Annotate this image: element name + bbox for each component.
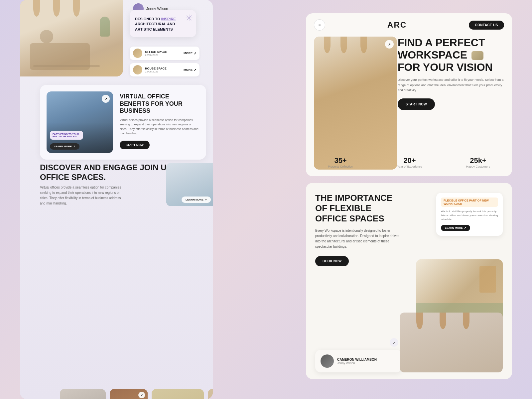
space-title-2: HOUSE SPACE <box>145 67 184 70</box>
top-room-image <box>20 0 123 76</box>
reviewer-info: CAMERON WILLIAMSON Jenny Wilson <box>337 358 377 365</box>
virtual-image: ↗ PARTNERING TO YOUR BEST WORKSPACE'S LE… <box>47 91 113 153</box>
stat-label-1: Property Collection <box>328 165 353 168</box>
space-more-1[interactable]: MORE ↗ <box>184 52 196 55</box>
bottom-pendant-2 <box>440 313 446 329</box>
stat-experience: 20+ Year of Experience <box>397 156 422 168</box>
reviewer-avatar <box>321 354 334 368</box>
space-avatar-2 <box>133 65 142 74</box>
inspire-highlight: INSPIRE <box>161 17 176 21</box>
bottom-pendant-1 <box>416 313 423 329</box>
hero-nav: ≡ ARC CONTACT US <box>306 13 512 37</box>
space-date-2: 22/06/2023 <box>145 70 184 73</box>
left-panel: Jenny Wilson ✳ DESIGNED TO INSPIRE ARCHI… <box>20 0 213 399</box>
gallery-bg-4 <box>208 389 213 399</box>
review-card: ↗ CAMERON WILLIAMSON Jenny Wilson <box>315 350 402 372</box>
snowflake-icon: ✳ <box>185 13 193 24</box>
workspace-icon <box>471 51 483 60</box>
list-item[interactable]: HOUSE SPACE 22/06/2023 MORE ↗ <box>130 63 200 76</box>
flex-card-badge: FLEXIBLE OFFICE PART OF NEW WORKPLACE <box>441 198 498 207</box>
virtual-badge: PARTNERING TO YOUR BEST WORKSPACE'S <box>50 131 83 140</box>
stat-number-2: 20+ <box>397 156 422 165</box>
discover-section: DISCOVER AND ENGAGE JOIN US FOR UNIQUE O… <box>40 163 213 213</box>
chair <box>40 30 53 43</box>
hero-start-button[interactable]: START NOW <box>398 98 435 110</box>
table <box>30 43 90 70</box>
hero-pendant-2 <box>340 37 347 53</box>
virtual-description: Virtual offices provide a seamless optio… <box>120 118 200 136</box>
gallery-bg-1 <box>60 389 106 399</box>
learn-more-button[interactable]: LEARN MORE ↗ <box>50 143 79 150</box>
hero-bg <box>314 37 397 170</box>
room-simulation <box>20 0 123 76</box>
flex-info-card: FLEXIBLE OFFICE PART OF NEW WORKPLACE Wa… <box>436 193 503 236</box>
arrow-icon-2: ↗ <box>194 68 196 72</box>
gallery-image-4: ↗ <box>208 389 213 399</box>
gallery-image-1: INDUSTRIAL SPACE ↗ <box>60 389 106 399</box>
expand-button[interactable]: ↗ <box>102 95 110 103</box>
space-avatar-1 <box>133 49 142 58</box>
inspire-prefix: DESIGNED TO <box>135 17 161 21</box>
flexible-section: THE IMPORTANCE OF FLEXIBLE OFFICE SPACES… <box>306 183 512 379</box>
plant <box>100 17 110 37</box>
space-more-2[interactable]: MORE ↗ <box>184 68 196 72</box>
room-furniture <box>27 10 116 70</box>
arrow-icon-3: ↗ <box>204 198 207 201</box>
stat-number-1: 35+ <box>328 156 353 165</box>
arrow-icon: ↗ <box>194 52 196 55</box>
hero-expand-button[interactable]: ↗ <box>385 40 394 49</box>
hero-pendant-1 <box>324 37 331 53</box>
gallery-image-2: ↗ <box>110 389 148 399</box>
flex-description: Every Workspace is intentionally designe… <box>315 228 402 249</box>
right-panel: ≡ ARC CONTACT US ↗ FIND A PERFECT WORKSP… <box>306 13 512 386</box>
stat-label-2: Year of Experience <box>397 165 422 168</box>
gallery-row: INDUSTRIAL SPACE ↗ ↗ SHOP SHOWROOM ↗ ↗ <box>60 389 213 399</box>
inspire-suffix: ARCHITECTURAL AND ARTISTIC ELEMENTS <box>135 22 175 31</box>
hero-description: Discover your perfect workspace and tail… <box>398 77 504 92</box>
hero-title: FIND A PERFECT WORKSPACE FOR YOUR VISION <box>398 37 504 73</box>
review-expand-button[interactable]: ↗ <box>390 338 398 347</box>
virtual-content: VIRTUAL OFFICE BENEFITS FOR YOUR BUSINES… <box>120 91 200 149</box>
space-date-1: 22/06/2023 <box>145 54 184 57</box>
menu-button[interactable]: ≡ <box>314 19 325 31</box>
virtual-title: VIRTUAL OFFICE BENEFITS FOR YOUR BUSINES… <box>120 93 200 115</box>
gallery-bg-3 <box>152 389 204 399</box>
stat-label-3: Happy Customers <box>466 165 490 168</box>
hero-title-line1: FIND A PERFECT <box>398 37 485 49</box>
virtual-office-card: ↗ PARTNERING TO YOUR BEST WORKSPACE'S LE… <box>40 85 206 160</box>
virtual-card-inner: ↗ PARTNERING TO YOUR BEST WORKSPACE'S LE… <box>40 85 206 160</box>
gallery-expand-2[interactable]: ↗ <box>138 392 145 398</box>
book-now-button[interactable]: BOOK NOW <box>315 256 349 266</box>
gallery-image-3: SHOP SHOWROOM ↗ <box>152 389 204 399</box>
list-item[interactable]: OFFICE SPACE 22/06/2023 MORE ↗ <box>130 47 200 60</box>
hero-title-line3: FOR YOUR VISION <box>398 61 493 73</box>
office-image-big: LEARN MORE ↗ <box>166 163 213 206</box>
flex-title: THE IMPORTANCE OF FLEXIBLE OFFICE SPACES <box>315 193 402 224</box>
brand-logo: ARC <box>387 20 407 30</box>
discover-description: Virtual offices provide a seamless optio… <box>40 185 126 206</box>
space-title-1: OFFICE SPACE <box>145 50 184 54</box>
bottom-pendant-3 <box>463 313 469 329</box>
arrow-icon-flex: ↗ <box>464 226 466 229</box>
flex-learn-button[interactable]: LEARN MORE ↗ <box>441 225 470 231</box>
start-now-button[interactable]: START NOW <box>120 141 150 149</box>
space-info-1: OFFICE SPACE 22/06/2023 <box>145 50 184 57</box>
space-info-2: HOUSE SPACE 22/06/2023 <box>145 67 184 73</box>
hero-room-image: ↗ <box>314 37 397 170</box>
hero-stats: 35+ Property Collection 20+ Year of Expe… <box>306 156 512 168</box>
bottom-room-preview <box>400 313 503 372</box>
reviewer-name: CAMERON WILLIAMSON <box>337 358 377 361</box>
inspire-text: DESIGNED TO INSPIRE ARCHITECTURAL AND AR… <box>135 17 191 32</box>
space-items-list: OFFICE SPACE 22/06/2023 MORE ↗ HOUSE SPA… <box>130 47 200 80</box>
arrow-icon: ↗ <box>73 145 75 148</box>
reviewer-subtitle: Jenny Wilson <box>337 361 377 365</box>
learn-more-button-2[interactable]: LEARN MORE ↗ <box>182 197 211 203</box>
hero-pendant-3 <box>360 37 367 53</box>
hero-content: FIND A PERFECT WORKSPACE FOR YOUR VISION… <box>398 37 504 110</box>
stat-property: 35+ Property Collection <box>328 156 353 168</box>
stat-number-3: 25k+ <box>466 156 490 165</box>
hero-section: ≡ ARC CONTACT US ↗ FIND A PERFECT WORKSP… <box>306 13 512 176</box>
hamburger-icon: ≡ <box>318 23 321 27</box>
flex-card-description: Wants to visit this property for rent th… <box>441 209 498 221</box>
contact-button[interactable]: CONTACT US <box>469 21 504 30</box>
